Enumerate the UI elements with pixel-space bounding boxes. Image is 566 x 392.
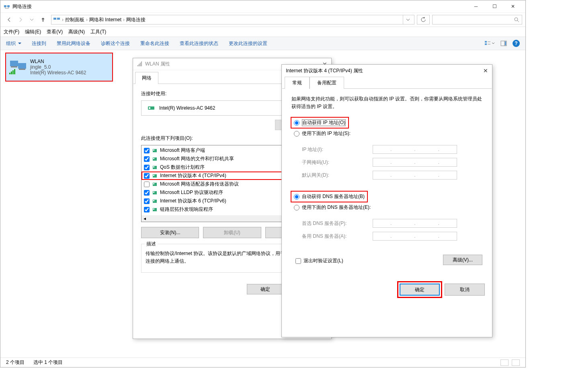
tab-network[interactable]: 网络 xyxy=(135,72,158,84)
protocol-checkbox[interactable] xyxy=(144,182,150,187)
svg-rect-17 xyxy=(18,63,26,69)
window-icon xyxy=(4,3,10,10)
protocol-checkbox[interactable] xyxy=(144,165,150,170)
protocol-checkbox[interactable] xyxy=(144,148,150,153)
auto-ip-label: 自动获得 IP 地址(O) xyxy=(302,119,346,126)
svg-rect-16 xyxy=(10,61,18,66)
toolbar-change[interactable]: 更改此连接的设置 xyxy=(229,40,267,47)
menu-advanced[interactable]: 高级(N) xyxy=(68,29,85,35)
svg-rect-35 xyxy=(153,166,154,167)
address-bar[interactable]: › 控制面板 › 网络和 Internet › 网络连接 xyxy=(51,15,414,24)
advanced-button[interactable]: 高级(V)... xyxy=(443,255,482,265)
description-label: 描述 xyxy=(145,241,158,247)
adapter-icon xyxy=(53,16,60,23)
breadcrumb-segment[interactable]: 网络连接 xyxy=(126,16,146,23)
manual-ip-radio-row[interactable]: 使用下面的 IP 地址(S): xyxy=(291,130,482,137)
ipv4-properties-dialog: Internet 协议版本 4 (TCP/IPv4) 属性 ✕ 常规 备用配置 … xyxy=(281,64,492,337)
breadcrumb-segment[interactable]: 网络和 Internet xyxy=(89,16,121,23)
svg-line-8 xyxy=(517,20,519,22)
protocol-icon xyxy=(152,190,158,196)
dialog-tabs: 常规 备用配置 xyxy=(282,77,492,89)
toolbar-diagnose[interactable]: 诊断这个连接 xyxy=(101,40,130,47)
forward-button[interactable] xyxy=(15,14,26,25)
toolbar-organize[interactable]: 组织 xyxy=(6,40,21,47)
view-details-button[interactable] xyxy=(500,359,509,366)
help-button[interactable]: ? xyxy=(513,40,520,47)
menu-view[interactable]: 查看(V) xyxy=(47,29,63,35)
toolbar-connect[interactable]: 连接到 xyxy=(32,40,46,47)
protocol-label: 链路层拓扑发现响应程序 xyxy=(160,206,213,213)
protocol-label: Microsoft LLDP 协议驱动程序 xyxy=(160,189,223,196)
tab-general[interactable]: 常规 xyxy=(285,77,310,89)
svg-rect-39 xyxy=(153,183,154,184)
svg-rect-33 xyxy=(153,158,154,159)
gateway-label: 默认网关(D): xyxy=(302,172,373,179)
ip-addr-input[interactable]: ... xyxy=(373,145,457,154)
protocol-icon xyxy=(152,182,158,187)
ip-addr-label: IP 地址(I): xyxy=(302,146,373,153)
search-box[interactable] xyxy=(432,15,522,24)
up-button[interactable] xyxy=(37,14,49,25)
protocol-icon xyxy=(152,207,158,212)
back-button[interactable] xyxy=(4,14,15,25)
ok-button[interactable]: 确定 xyxy=(400,284,440,296)
toolbar-rename[interactable]: 重命名此连接 xyxy=(140,40,169,47)
svg-rect-6 xyxy=(57,18,60,20)
manual-dns-radio[interactable] xyxy=(294,205,299,210)
menu-tools[interactable]: 工具(T) xyxy=(90,29,106,35)
recent-button[interactable] xyxy=(26,14,37,25)
preview-pane-button[interactable] xyxy=(500,41,507,46)
protocol-checkbox[interactable] xyxy=(144,207,150,212)
menubar: 文件(F) 编辑(E) 查看(V) 高级(N) 工具(T) xyxy=(0,27,525,37)
protocol-label: QoS 数据包计划程序 xyxy=(160,164,205,171)
validate-checkbox[interactable] xyxy=(295,258,301,264)
ok-button[interactable]: 确定 xyxy=(247,284,284,294)
install-button[interactable]: 安装(N)... xyxy=(141,227,199,238)
protocol-icon xyxy=(152,173,158,179)
cancel-button[interactable]: 取消 xyxy=(445,284,485,296)
alt-dns-input[interactable]: ... xyxy=(373,232,457,241)
status-selected: 选中 1 个项目 xyxy=(33,359,63,366)
svg-rect-19 xyxy=(19,69,25,70)
adapter-wlan[interactable]: WLAN jingle_5.0 Intel(R) Wireless-AC 946… xyxy=(5,53,113,82)
breadcrumb-segment[interactable]: 控制面板 xyxy=(65,16,84,23)
pref-dns-input[interactable]: ... xyxy=(373,219,457,228)
menu-file[interactable]: 文件(F) xyxy=(4,29,19,35)
protocol-checkbox[interactable] xyxy=(144,173,150,179)
manual-ip-label: 使用下面的 IP 地址(S): xyxy=(302,130,351,137)
protocol-checkbox[interactable] xyxy=(144,190,150,196)
view-large-button[interactable] xyxy=(512,359,520,366)
window-title: 网络连接 xyxy=(12,3,467,10)
subnet-input[interactable]: ... xyxy=(373,158,457,167)
auto-ip-radio[interactable] xyxy=(294,120,299,126)
gateway-input[interactable]: ... xyxy=(373,171,457,180)
scroll-left-icon[interactable]: ◂ xyxy=(142,215,148,222)
dialog-titlebar: Internet 协议版本 4 (TCP/IPv4) 属性 ✕ xyxy=(282,65,492,77)
svg-rect-15 xyxy=(505,41,506,45)
uninstall-button[interactable]: 卸载(U) xyxy=(203,227,261,238)
toolbar-status[interactable]: 查看此连接的状态 xyxy=(180,40,218,47)
manual-ip-radio[interactable] xyxy=(294,131,299,137)
adapter-device: Intel(R) Wireless-AC 9462 xyxy=(30,70,86,76)
address-dropdown[interactable] xyxy=(403,15,412,24)
close-button[interactable]: ✕ xyxy=(504,0,522,12)
auto-ip-radio-row[interactable]: 自动获得 IP 地址(O) xyxy=(291,118,348,128)
tab-alt[interactable]: 备用配置 xyxy=(310,77,344,89)
refresh-button[interactable] xyxy=(417,15,430,24)
menu-edit[interactable]: 编辑(E) xyxy=(25,29,41,35)
auto-dns-radio-row[interactable]: 自动获得 DNS 服务器地址(B) xyxy=(291,192,367,202)
toolbar-disable[interactable]: 禁用此网络设备 xyxy=(57,40,90,47)
maximize-button[interactable]: ☐ xyxy=(485,0,504,12)
manual-dns-radio-row[interactable]: 使用下面的 DNS 服务器地址(E): xyxy=(291,204,482,211)
view-mode-button[interactable] xyxy=(484,41,495,46)
svg-rect-21 xyxy=(11,71,12,74)
auto-dns-radio[interactable] xyxy=(294,194,299,200)
device-name: Intel(R) Wireless-AC 9462 xyxy=(159,105,215,111)
protocol-checkbox[interactable] xyxy=(144,156,150,162)
svg-rect-1 xyxy=(7,5,10,7)
minimize-button[interactable]: ─ xyxy=(467,0,485,12)
svg-rect-31 xyxy=(153,149,154,151)
manual-dns-label: 使用下面的 DNS 服务器地址(E): xyxy=(302,204,371,211)
protocol-checkbox[interactable] xyxy=(144,198,150,204)
dialog-close-button[interactable]: ✕ xyxy=(483,67,488,74)
